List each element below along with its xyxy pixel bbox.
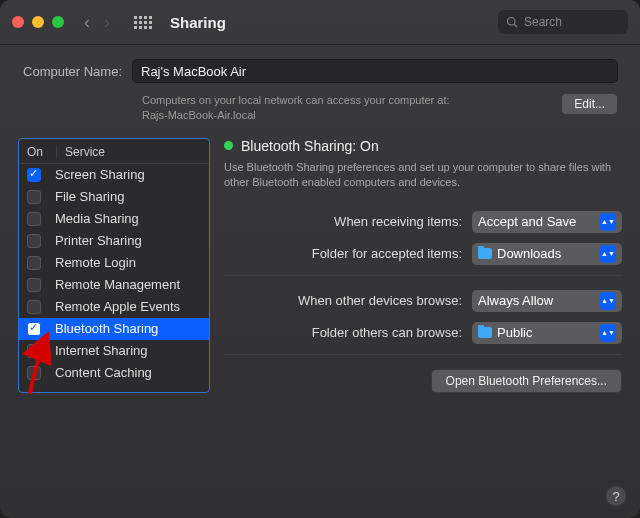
row-when-receiving: When receiving items: Accept and Save ▲▼ (224, 211, 622, 233)
service-row[interactable]: Screen Sharing (19, 164, 209, 186)
service-checkbox[interactable] (27, 168, 41, 182)
service-checkbox[interactable] (27, 212, 41, 226)
service-label: Bluetooth Sharing (55, 321, 158, 336)
column-header-on[interactable]: On (27, 145, 57, 159)
search-field[interactable]: Search (498, 10, 628, 34)
label-when-receiving: When receiving items: (224, 214, 472, 229)
service-label: Internet Sharing (55, 343, 148, 358)
status-indicator-icon (224, 141, 233, 150)
service-checkbox[interactable] (27, 234, 41, 248)
chevron-up-down-icon: ▲▼ (600, 324, 616, 342)
search-placeholder: Search (524, 15, 562, 29)
service-label: Remote Apple Events (55, 299, 180, 314)
window-controls (12, 16, 64, 28)
service-label: Content Caching (55, 365, 152, 380)
service-label: Media Sharing (55, 211, 139, 226)
services-list: On Service Screen SharingFile SharingMed… (18, 138, 210, 393)
window-title: Sharing (170, 14, 226, 31)
service-label: File Sharing (55, 189, 124, 204)
service-checkbox[interactable] (27, 322, 41, 336)
services-body: Screen SharingFile SharingMedia SharingP… (19, 164, 209, 384)
open-bluetooth-prefs-button[interactable]: Open Bluetooth Preferences... (431, 369, 622, 393)
service-checkbox[interactable] (27, 278, 41, 292)
help-button[interactable]: ? (606, 486, 626, 506)
service-row[interactable]: Bluetooth Sharing (19, 318, 209, 340)
select-when-browse[interactable]: Always Allow ▲▼ (472, 290, 622, 312)
service-row[interactable]: Remote Login (19, 252, 209, 274)
svg-line-1 (514, 24, 517, 27)
titlebar: ‹ › Sharing Search (0, 0, 640, 44)
computer-name-input[interactable] (132, 59, 618, 83)
service-checkbox[interactable] (27, 366, 41, 380)
computer-name-subtext-row: Computers on your local network can acce… (0, 89, 640, 124)
zoom-icon[interactable] (52, 16, 64, 28)
forward-button[interactable]: › (104, 12, 110, 33)
status-row: Bluetooth Sharing: On (224, 138, 622, 154)
back-button[interactable]: ‹ (84, 12, 90, 33)
service-label: Remote Login (55, 255, 136, 270)
close-icon[interactable] (12, 16, 24, 28)
status-title: Bluetooth Sharing: On (241, 138, 379, 154)
column-header-service[interactable]: Service (57, 145, 105, 159)
service-row[interactable]: Content Caching (19, 362, 209, 384)
service-label: Remote Management (55, 277, 180, 292)
services-header: On Service (19, 139, 209, 164)
label-accepted-folder: Folder for accepted items: (224, 246, 472, 261)
service-checkbox[interactable] (27, 344, 41, 358)
show-all-icon[interactable] (134, 16, 152, 29)
service-checkbox[interactable] (27, 256, 41, 270)
sharing-prefpane: ‹ › Sharing Search Computer Name: Comput… (0, 0, 640, 518)
select-when-receiving[interactable]: Accept and Save ▲▼ (472, 211, 622, 233)
select-browse-folder[interactable]: Public ▲▼ (472, 322, 622, 344)
service-checkbox[interactable] (27, 300, 41, 314)
row-browse-folder: Folder others can browse: Public ▲▼ (224, 322, 622, 344)
service-label: Printer Sharing (55, 233, 142, 248)
search-icon (506, 16, 518, 28)
service-row[interactable]: Remote Apple Events (19, 296, 209, 318)
service-row[interactable]: Media Sharing (19, 208, 209, 230)
computer-name-row: Computer Name: (0, 45, 640, 89)
divider (224, 354, 622, 355)
status-description: Use Bluetooth Sharing preferences and se… (224, 160, 622, 191)
folder-icon (478, 327, 492, 338)
row-accepted-folder: Folder for accepted items: Downloads ▲▼ (224, 243, 622, 265)
select-accepted-folder[interactable]: Downloads ▲▼ (472, 243, 622, 265)
row-when-browse: When other devices browse: Always Allow … (224, 290, 622, 312)
nav-buttons: ‹ › (84, 12, 152, 33)
computer-name-label: Computer Name: (22, 64, 132, 79)
computer-name-subtext: Computers on your local network can acce… (142, 93, 561, 124)
service-label: Screen Sharing (55, 167, 145, 182)
service-checkbox[interactable] (27, 190, 41, 204)
detail-pane: Bluetooth Sharing: On Use Bluetooth Shar… (224, 138, 622, 393)
label-when-browse: When other devices browse: (224, 293, 472, 308)
chevron-up-down-icon: ▲▼ (600, 245, 616, 263)
edit-button[interactable]: Edit... (561, 93, 618, 115)
chevron-up-down-icon: ▲▼ (600, 292, 616, 310)
service-row[interactable]: File Sharing (19, 186, 209, 208)
service-row[interactable]: Internet Sharing (19, 340, 209, 362)
main-area: On Service Screen SharingFile SharingMed… (0, 124, 640, 405)
service-row[interactable]: Remote Management (19, 274, 209, 296)
divider (224, 275, 622, 276)
folder-icon (478, 248, 492, 259)
chevron-up-down-icon: ▲▼ (600, 213, 616, 231)
svg-point-0 (508, 18, 516, 26)
service-row[interactable]: Printer Sharing (19, 230, 209, 252)
minimize-icon[interactable] (32, 16, 44, 28)
label-browse-folder: Folder others can browse: (224, 325, 472, 340)
